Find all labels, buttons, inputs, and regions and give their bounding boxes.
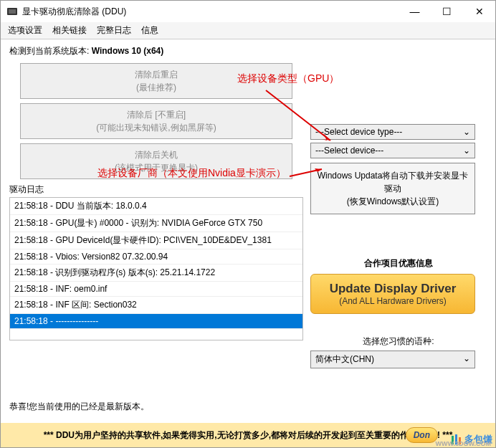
log-row[interactable]: 21:58:18 - DDU 当前版本: 18.0.0.4	[10, 198, 302, 215]
menu-log[interactable]: 完整日志	[97, 24, 131, 37]
menu-info[interactable]: 信息	[141, 24, 158, 37]
annotation-device-type: 选择设备类型（GPU）	[237, 72, 339, 85]
device-type-dropdown[interactable]: ---Select device type---⌄	[310, 124, 475, 140]
titlebar: 显卡驱动彻底清除器 (DDU) ― ☐ ✕	[1, 1, 495, 22]
system-info: 检测到当前系统版本: Windows 10 (x64)	[9, 45, 303, 57]
menubar: 选项设置 相关链接 完整日志 信息	[1, 22, 495, 39]
language-label: 选择您习惯的语种:	[310, 335, 487, 348]
close-button[interactable]: ✕	[463, 1, 495, 22]
minimize-button[interactable]: ―	[399, 1, 431, 22]
log-row[interactable]: 21:58:18 - GPU DeviceId(显卡硬件ID): PCI\VEN…	[10, 232, 302, 249]
watermark: 多包馐 WWW.3DGW.COM	[450, 433, 492, 446]
promo-label: 合作项目优惠信息	[310, 257, 487, 270]
window-title: 显卡驱动彻底清除器 (DDU)	[22, 6, 399, 18]
clean-norestart-button[interactable]: 清除后 [不重启] (可能出现未知错误,例如黑屏等)	[20, 103, 292, 139]
language-dropdown[interactable]: 简体中文(CHN)⌄	[310, 351, 475, 368]
menu-options[interactable]: 选项设置	[8, 24, 42, 37]
annotation-device-vendor: 选择设备厂商（本文使用Nvidia显卡演示）	[97, 167, 286, 180]
svg-rect-1	[9, 9, 16, 14]
log-row[interactable]: 21:58:18 - Vbios: Version82 07.32.00.94	[10, 249, 302, 264]
log-row[interactable]: 21:58:18 - INF 区间: Section032	[10, 297, 302, 314]
log-label: 驱动日志	[9, 184, 303, 196]
donate-button[interactable]: Don	[406, 427, 438, 443]
update-driver-button[interactable]: Update Display Driver (And ALL Hardware …	[310, 274, 475, 314]
app-icon	[6, 6, 18, 17]
log-list[interactable]: 21:58:18 - DDU 当前版本: 18.0.0.4 21:58:18 -…	[9, 197, 303, 340]
log-row[interactable]: 21:58:18 - 识别到驱动程序(s) 版本(s): 25.21.14.17…	[10, 264, 302, 282]
device-vendor-dropdown[interactable]: ---Select device---⌄	[310, 143, 475, 158]
status-text: 恭喜!您当前使用的已经是最新版本。	[9, 401, 149, 413]
maximize-button[interactable]: ☐	[431, 1, 463, 22]
log-row[interactable]: 21:58:18 - INF: oem0.inf	[10, 282, 302, 297]
menu-links[interactable]: 相关链接	[52, 24, 87, 37]
log-row[interactable]: 21:58:18 - ---------------	[10, 314, 302, 329]
windows-update-info: Windows Updata将自动下载并安装显卡驱动 (恢复Windows默认设…	[310, 163, 475, 214]
chevron-down-icon: ⌄	[463, 146, 470, 156]
chevron-down-icon: ⌄	[463, 127, 470, 137]
chevron-down-icon: ⌄	[463, 353, 470, 366]
log-row[interactable]: 21:58:18 - GPU(显卡) #0000 - 识别为: NVIDIA G…	[10, 215, 302, 232]
